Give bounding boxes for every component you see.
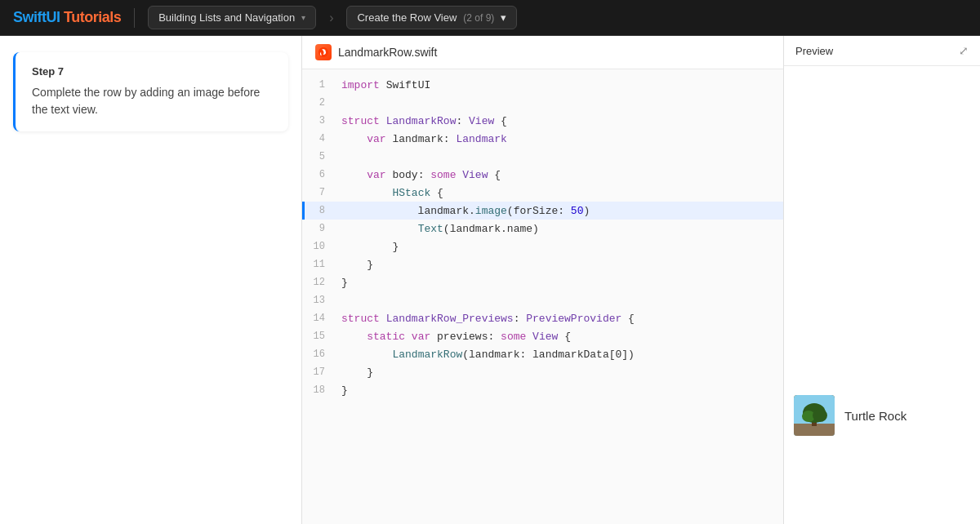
code-line: 14 struct LandmarkRow_Previews: PreviewP… [302, 309, 783, 327]
svg-point-5 [813, 409, 827, 422]
preview-landmark-image [794, 395, 835, 436]
code-line: 9 Text(landmark.name) [302, 220, 783, 238]
code-area[interactable]: 1 import SwiftUI 2 3 struct LandmarkRow:… [302, 69, 783, 524]
logo-tutorials: Tutorials [64, 9, 121, 25]
main-content: Step 7 Complete the row by adding an ima… [0, 36, 980, 524]
preview-panel: Preview ⤢ [784, 36, 980, 524]
step-dropdown[interactable]: Create the Row View (2 of 9) ▾ [346, 6, 517, 29]
code-editor: LandmarkRow.swift 1 import SwiftUI 2 3 s… [302, 36, 784, 524]
sidebar: Step 7 Complete the row by adding an ima… [0, 36, 302, 524]
code-line: 3 struct LandmarkRow: View { [302, 112, 783, 130]
code-line: 1 import SwiftUI [302, 76, 783, 94]
code-line: 4 var landmark: Landmark [302, 130, 783, 148]
code-line: 12 } [302, 273, 783, 291]
tutorial-dropdown-label: Building Lists and Navigation [158, 11, 295, 24]
nav-arrow-icon: › [326, 11, 336, 25]
chevron-down-icon-step: ▾ [501, 11, 506, 24]
step-card: Step 7 Complete the row by adding an ima… [13, 52, 288, 131]
tutorial-dropdown[interactable]: Building Lists and Navigation ▾ [148, 6, 316, 29]
preview-header: Preview ⤢ [784, 36, 980, 66]
code-line: 18 } [302, 381, 783, 399]
code-line-highlighted: 8 landmark.image(forSize: 50) [302, 202, 783, 220]
code-line: 7 HStack { [302, 184, 783, 202]
code-line: 13 [302, 291, 783, 309]
code-line: 5 [302, 148, 783, 166]
code-line: 10 } [302, 238, 783, 255]
top-navigation: SwiftUI Tutorials Building Lists and Nav… [0, 0, 980, 36]
preview-landmark-name: Turtle Rock [844, 409, 906, 423]
nav-divider [134, 8, 135, 28]
code-line: 2 [302, 94, 783, 112]
file-name: LandmarkRow.swift [338, 46, 437, 59]
expand-icon[interactable]: ⤢ [959, 44, 969, 57]
code-line: 16 LandmarkRow(landmark: landmarkData[0]… [302, 345, 783, 363]
step-description: Complete the row by adding an image befo… [32, 84, 272, 118]
swift-icon [315, 44, 332, 60]
preview-content: Turtle Rock [784, 66, 980, 524]
code-line: 11 } [302, 255, 783, 273]
step-number: Step 7 [32, 65, 272, 78]
preview-title: Preview [795, 45, 833, 57]
step-count: (2 of 9) [463, 12, 494, 24]
code-line: 6 var body: some View { [302, 166, 783, 184]
logo-swiftui: SwiftUI [13, 9, 60, 25]
code-line: 17 } [302, 363, 783, 381]
chevron-down-icon: ▾ [301, 13, 305, 22]
preview-landmark-row: Turtle Rock [784, 389, 980, 442]
logo: SwiftUI Tutorials [13, 9, 121, 26]
code-line: 15 static var previews: some View { [302, 327, 783, 345]
file-header: LandmarkRow.swift [302, 36, 783, 69]
step-dropdown-label: Create the Row View [357, 11, 457, 24]
